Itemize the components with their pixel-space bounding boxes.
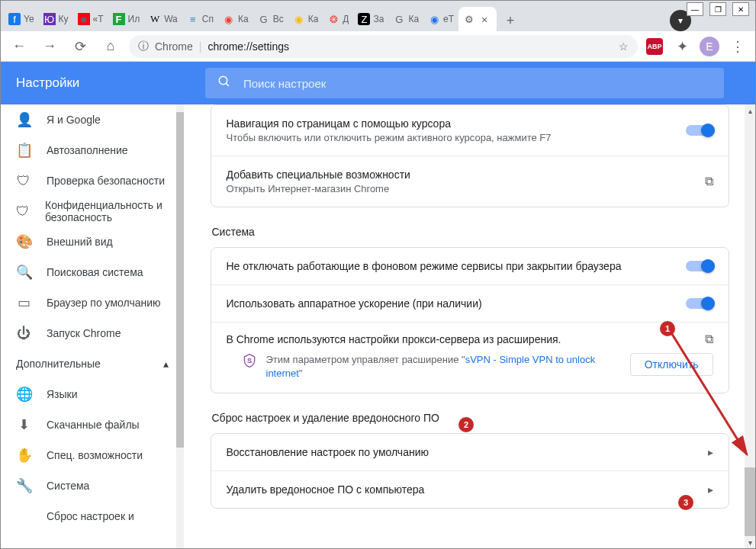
sidebar-item-icon: 🌐: [16, 386, 31, 403]
abp-extension-icon[interactable]: ABP: [644, 36, 665, 57]
sidebar-advanced-label: Дополнительные: [16, 358, 101, 370]
tab-strip: fYeЮКу■«ТFИлWWa≡Сп◉КаGВс◉Ка❂ДZЗаGКа◉eT⚙×…: [1, 1, 755, 31]
sidebar-item[interactable]: 🔧Система: [1, 470, 184, 501]
sidebar-item-icon: 👤: [16, 111, 31, 128]
site-info-icon[interactable]: ⓘ: [138, 40, 149, 53]
tab-title: Ye: [24, 14, 34, 24]
favicon: W: [149, 13, 161, 25]
browser-tab[interactable]: ❂Д: [323, 7, 353, 31]
content-area: 👤Я и Google📋Автозаполнение🛡Проверка безо…: [1, 104, 755, 548]
favicon: G: [393, 13, 405, 25]
browser-tab[interactable]: ◉Ка: [288, 7, 323, 31]
browser-tab[interactable]: fYe: [4, 7, 39, 31]
sidebar-item-label: Внешний вид: [47, 236, 113, 248]
browser-tab[interactable]: ◉Ка: [218, 7, 253, 31]
scroll-up-arrow[interactable]: ▴: [745, 104, 755, 117]
proxy-row: В Chrome используются настройки прокси-с…: [211, 322, 729, 393]
background-apps-toggle[interactable]: [686, 261, 713, 271]
tab-title: Сп: [202, 14, 214, 24]
profile-avatar[interactable]: E: [699, 36, 720, 57]
hardware-accel-toggle[interactable]: [686, 298, 713, 309]
cleanup-computer-row[interactable]: Удалить вредоносное ПО с компьютера ▸: [211, 470, 729, 508]
annotation-1: 1: [660, 321, 675, 336]
sidebar-item[interactable]: 🛡Конфиденциальность и безопасность: [1, 196, 184, 226]
sidebar-item-icon: 🛡: [16, 204, 30, 220]
scroll-down-arrow[interactable]: ▾: [745, 536, 755, 548]
settings-search[interactable]: [205, 68, 724, 98]
omnibox[interactable]: ⓘ Chrome | chrome://settings ☆: [129, 35, 638, 58]
minimize-button[interactable]: —: [687, 2, 703, 16]
proxy-extension-note: S Этим параметром управляет расширение "…: [227, 347, 713, 380]
sidebar-item[interactable]: 🛡Проверка безопасности: [1, 165, 184, 196]
restore-defaults-row[interactable]: Восстановление настроек по умолчанию ▸: [211, 434, 729, 470]
home-button[interactable]: ⌂: [98, 34, 123, 59]
sidebar-item[interactable]: 🔍Поисковая система: [1, 257, 184, 287]
accessibility-card: Навигация по страницам с помощью курсора…: [211, 104, 729, 207]
favicon: ≡: [187, 13, 199, 25]
settings-search-input[interactable]: [243, 77, 712, 90]
sidebar-item[interactable]: 🎨Внешний вид: [1, 226, 184, 257]
tab-title: Д: [343, 14, 349, 24]
caret-browsing-toggle[interactable]: [686, 125, 713, 136]
add-accessibility-title: Добавить специальные возможности: [227, 167, 705, 182]
browser-tab[interactable]: ◉eT: [423, 7, 458, 31]
restore-defaults-label: Восстановление настроек по умолчанию: [227, 445, 429, 460]
annotation-3: 3: [678, 495, 693, 510]
tab-close-icon[interactable]: ×: [481, 14, 492, 24]
bookmark-star-icon[interactable]: ☆: [619, 40, 629, 53]
extensions-icon[interactable]: ✦: [671, 36, 693, 57]
favicon: ■: [78, 13, 90, 25]
maximize-button[interactable]: ❐: [709, 2, 726, 16]
tab-title: Ку: [59, 14, 69, 24]
svg-line-3: [671, 332, 747, 454]
close-window-button[interactable]: ✕: [732, 2, 749, 16]
tab-title: Ка: [308, 14, 319, 24]
scroll-thumb[interactable]: [745, 467, 755, 536]
browser-tab[interactable]: ZЗа: [353, 7, 388, 31]
reload-button[interactable]: ⟳: [68, 34, 92, 59]
sidebar-item[interactable]: ⬇Скачанные файлы: [1, 409, 184, 440]
sidebar-item[interactable]: 👤Я и Google: [1, 104, 184, 135]
omnibox-divider: |: [199, 40, 202, 53]
add-accessibility-row[interactable]: Добавить специальные возможности Открыть…: [211, 156, 729, 207]
sidebar-item-icon: 🔧: [16, 477, 31, 494]
search-icon: [217, 75, 231, 92]
browser-tab[interactable]: GВс: [253, 7, 288, 31]
sidebar-item[interactable]: ⏻Запуск Chrome: [1, 318, 184, 348]
favicon: Ю: [43, 13, 56, 25]
sidebar-item[interactable]: 🌐Языки: [1, 379, 184, 409]
sidebar-item[interactable]: Сброс настроек и: [1, 501, 184, 531]
tab-title: За: [373, 14, 384, 24]
browser-tab[interactable]: ≡Сп: [182, 7, 218, 31]
browser-tab[interactable]: ■«Т: [73, 7, 108, 31]
sidebar-item[interactable]: 📋Автозаполнение: [1, 135, 184, 165]
sidebar-scrollbar[interactable]: [176, 104, 184, 548]
hardware-accel-label: Использовать аппаратное ускорение (при н…: [227, 296, 482, 311]
back-button[interactable]: ←: [7, 34, 31, 59]
cleanup-computer-label: Удалить вредоносное ПО с компьютера: [227, 482, 425, 497]
chrome-menu-icon[interactable]: ⋮: [726, 38, 749, 55]
annotation-arrow: [657, 321, 756, 466]
sidebar-item-icon: ⏻: [16, 326, 31, 342]
favicon: ◉: [293, 13, 305, 25]
sidebar-item[interactable]: ▭Браузер по умолчанию: [1, 287, 184, 318]
favicon: ◉: [428, 13, 440, 25]
sidebar-item-label: Языки: [47, 388, 78, 400]
sidebar-item-icon: 🎨: [16, 233, 31, 250]
proxy-label: В Chrome используются настройки прокси-с…: [227, 332, 561, 347]
browser-tab[interactable]: WWa: [144, 7, 182, 31]
new-tab-button[interactable]: +: [500, 10, 521, 31]
sidebar-item-label: Я и Google: [47, 114, 101, 126]
sidebar-item[interactable]: ✋Спец. возможности: [1, 440, 184, 470]
browser-tab[interactable]: GКа: [388, 7, 423, 31]
sidebar-advanced-toggle[interactable]: Дополнительные ▴: [1, 348, 184, 379]
browser-tab-active[interactable]: ⚙×: [458, 7, 497, 31]
sidebar-item-label: Система: [47, 480, 89, 492]
forward-button[interactable]: →: [37, 34, 62, 59]
favicon: Z: [358, 13, 370, 25]
system-card: Не отключать работающие в фоновом режиме…: [211, 247, 729, 393]
sidebar-item-label: Скачанные файлы: [47, 419, 140, 431]
browser-tab[interactable]: ЮКу: [39, 7, 73, 31]
sidebar-item-icon: 🔍: [16, 264, 31, 281]
browser-tab[interactable]: FИл: [108, 7, 145, 31]
